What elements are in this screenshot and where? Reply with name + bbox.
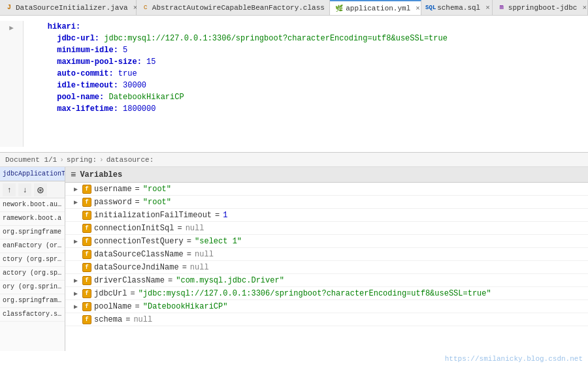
tab-datasourceinitializer[interactable]: J DataSourceInitializer.java × xyxy=(0,0,137,15)
field-icon-driverclassname: f xyxy=(82,276,91,285)
var-val-password: "root" xyxy=(143,198,171,207)
line-gutter: ▶ xyxy=(0,21,24,147)
field-icon-password: f xyxy=(82,198,91,207)
left-panel: jdbcApplicationTests.contextLoads ↑ ↓ ⊛ … xyxy=(0,167,65,351)
expand-conntestquery[interactable]: ▶ xyxy=(71,236,81,247)
tab-close-2[interactable]: × xyxy=(416,5,420,12)
variables-header: ≡ Variables xyxy=(65,167,588,183)
left-panel-items: nework.boot.auto ramework.boot.a org.spr… xyxy=(0,198,65,322)
left-item-5[interactable]: actory (org.spri xyxy=(0,267,65,281)
var-row-datasourcejndiname: ▶ f dataSourceJndiName = null xyxy=(65,261,588,274)
left-item-6[interactable]: ory (org.springf xyxy=(0,281,65,294)
var-row-username: ▶ f username = "root" xyxy=(65,183,588,196)
yaml-key: minimum-idle: xyxy=(57,46,118,55)
field-icon-jdbcurl: f xyxy=(82,289,91,298)
var-row-conntestquery: ▶ f connectionTestQuery = "select 1" xyxy=(65,235,588,248)
var-name-poolname: poolName xyxy=(94,302,132,311)
yaml-key: pool-name: xyxy=(57,93,104,102)
right-panel: ≡ Variables ▶ f username = "root" ▶ f pa… xyxy=(65,167,588,351)
breadcrumb: Document 1/1 › spring: › datasource: xyxy=(0,153,588,167)
code-line-2: jdbc-url: jdbc:mysql://127.0.0.1:3306/sp… xyxy=(29,33,583,44)
expand-jdbcurl[interactable]: ▶ xyxy=(71,288,81,299)
m-icon: m xyxy=(498,4,506,12)
toolbar-btn-filter[interactable]: ⊛ xyxy=(34,183,47,196)
yaml-key: jdbc-url: xyxy=(57,34,99,43)
test-bar: jdbcApplicationTests.contextLoads xyxy=(0,167,65,181)
watermark: https://smilanicky.blog.csdn.net xyxy=(445,355,583,363)
yaml-value: true xyxy=(114,69,137,78)
left-item-2[interactable]: org.springframe xyxy=(0,226,65,239)
expand-username[interactable]: ▶ xyxy=(71,184,81,194)
code-line-1: hikari: xyxy=(29,21,583,33)
var-row-jdbcurl: ▶ f jdbcUrl = "jdbc:mysql://127.0.0.1:33… xyxy=(65,287,588,300)
var-val-conntestquery: "select 1" xyxy=(195,237,242,246)
var-name-initfailtimeout: initializationFailTimeout xyxy=(94,211,212,220)
code-content[interactable]: hikari: jdbc-url: jdbc:mysql://127.0.0.1… xyxy=(24,21,588,147)
var-val-jdbcurl: "jdbc:mysql://127.0.0.1:3306/springboot?… xyxy=(139,289,491,298)
var-name-schema: schema xyxy=(94,315,122,324)
expand-poolname[interactable]: ▶ xyxy=(71,301,81,312)
code-line-6: idle-timeout: 30000 xyxy=(29,80,583,91)
variables-icon: ≡ xyxy=(71,170,76,180)
field-icon-initfailtimeout: f xyxy=(82,211,91,220)
expand-password[interactable]: ▶ xyxy=(71,197,81,207)
var-row-poolname: ▶ f poolName = "DatebookHikariCP" xyxy=(65,300,588,313)
left-item-3[interactable]: eanFactory (org. xyxy=(0,239,65,253)
code-line-5: auto-commit: true xyxy=(29,68,583,80)
field-icon-poolname: f xyxy=(82,302,91,311)
tab-label: DataSourceInitializer.java xyxy=(16,4,128,12)
var-name-datasourceclassname: dataSourceClassName xyxy=(94,250,184,259)
var-name-driverclassname: driverClassName xyxy=(94,276,165,285)
breadcrumb-datasource[interactable]: datasource: xyxy=(106,156,154,164)
tab-label: sppringboot-jdbc xyxy=(508,4,578,12)
tab-abstractautowire[interactable]: c AbstractAutowireCapableBeanFactory.cla… xyxy=(137,0,330,15)
var-row-driverclassname: ▶ f driverClassName = "com.mysql.jdbc.Dr… xyxy=(65,274,588,287)
tab-close-4[interactable]: × xyxy=(582,4,587,12)
tab-label: application.yml xyxy=(346,5,410,12)
left-item-0[interactable]: nework.boot.auto xyxy=(0,198,65,212)
var-name-jdbcurl: jdbcUrl xyxy=(94,289,127,298)
var-name-username: username xyxy=(94,185,132,194)
tab-bar: J DataSourceInitializer.java × c Abstrac… xyxy=(0,0,588,16)
yaml-value: 5 xyxy=(118,46,127,55)
left-item-1[interactable]: ramework.boot.a xyxy=(0,212,65,226)
expand-driverclassname[interactable]: ▶ xyxy=(71,275,81,286)
var-name-conntestquery: connectionTestQuery xyxy=(94,237,184,246)
tab-label: schema.sql xyxy=(437,4,480,12)
field-icon-username: f xyxy=(82,185,91,194)
var-val-initfailtimeout: 1 xyxy=(223,211,227,220)
toolbar-row: ↑ ↓ ⊛ xyxy=(0,181,65,198)
left-item-7[interactable]: org.springframew xyxy=(0,294,65,308)
field-icon-conntestquery: f xyxy=(82,237,91,246)
var-val-schema: null xyxy=(133,315,152,324)
breadcrumb-spring[interactable]: spring: xyxy=(67,156,97,164)
left-item-8[interactable]: classfactory.supp xyxy=(0,308,65,322)
tab-application-yml[interactable]: 🌿 application.yml × xyxy=(330,0,421,15)
var-val-datasourceclassname: null xyxy=(195,250,214,259)
yaml-value: DatebookHikariCP xyxy=(104,93,184,102)
gutter-icon: ▶ xyxy=(9,22,14,34)
code-line-3: minimum-idle: 5 xyxy=(29,44,583,56)
var-row-initfailtimeout: ▶ f initializationFailTimeout = 1 xyxy=(65,209,588,222)
tab-close-3[interactable]: × xyxy=(485,4,490,12)
var-val-username: "root" xyxy=(143,185,171,194)
tab-sppringboot-jdbc[interactable]: m sppringboot-jdbc × xyxy=(493,0,588,15)
yaml-key: max-lifetime: xyxy=(57,104,118,114)
var-row-datasourceclassname: ▶ f dataSourceClassName = null xyxy=(65,248,588,261)
var-row-password: ▶ f password = "root" xyxy=(65,196,588,209)
field-icon-datasourcejndiname: f xyxy=(82,263,91,272)
left-item-4[interactable]: ctory (org.sprin xyxy=(0,253,65,267)
code-line-8: max-lifetime: 1800000 xyxy=(29,103,583,115)
toolbar-btn-up[interactable]: ↑ xyxy=(3,183,16,196)
class-icon: c xyxy=(142,4,150,12)
variables-list: ▶ f username = "root" ▶ f password = "ro… xyxy=(65,183,588,326)
field-icon-schema: f xyxy=(82,315,91,324)
field-icon-datasourceclassname: f xyxy=(82,250,91,259)
var-row-schema: ▶ f schema = null xyxy=(65,313,588,326)
sql-icon: SQL xyxy=(427,4,434,12)
tab-schema-sql[interactable]: SQL schema.sql × xyxy=(421,0,493,15)
code-line-4: maximum-pool-size: 15 xyxy=(29,56,583,68)
test-bar-label: jdbcApplicationTests.contextLoads xyxy=(3,170,65,177)
toolbar-btn-down[interactable]: ↓ xyxy=(18,183,31,196)
var-val-datasourcejndiname: null xyxy=(190,263,209,272)
